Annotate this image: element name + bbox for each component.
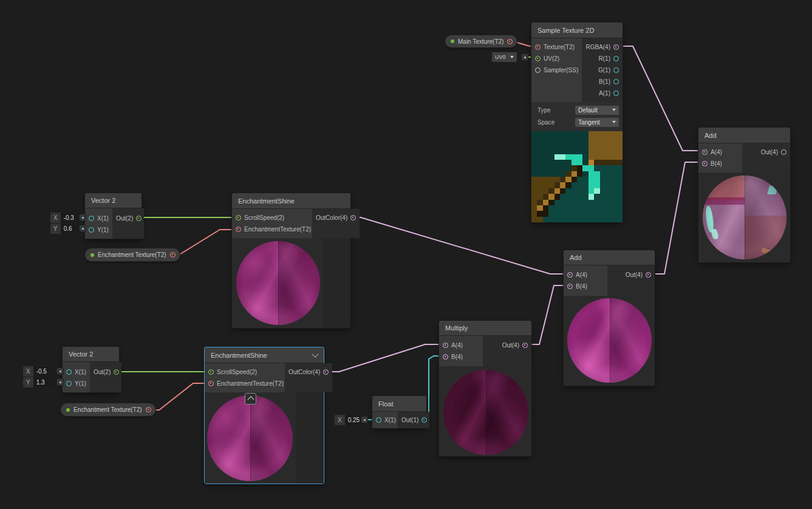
outcolor-output-port[interactable] <box>350 215 356 220</box>
port-label: Sampler(SS) <box>544 67 578 73</box>
out-output-port[interactable] <box>646 272 651 278</box>
shader-graph-canvas[interactable]: Sample Texture 2D Texture(T2) UV(2) Samp… <box>0 0 812 509</box>
node-float[interactable]: Float X(1) Out(1) <box>372 396 426 428</box>
rgba-output-port[interactable] <box>613 44 619 50</box>
node-preview <box>698 173 790 262</box>
preview-sphere <box>567 298 652 383</box>
node-add-final[interactable]: Add A(4) B(4) Out(4) <box>698 128 790 262</box>
texture-input-port[interactable] <box>535 44 541 50</box>
b-input-port[interactable] <box>443 354 448 360</box>
uv-input-port[interactable] <box>535 56 541 61</box>
a-output-port[interactable] <box>613 91 619 96</box>
property-output-port[interactable] <box>146 407 151 412</box>
node-title[interactable]: Multiply <box>439 321 531 336</box>
port-label: G(1) <box>598 67 610 73</box>
enchantmenttexture-input-port[interactable] <box>208 381 214 386</box>
uv-channel-dropdown[interactable]: UV0 <box>492 52 517 62</box>
main-texture-property[interactable]: Main Texture(T2) <box>445 35 517 47</box>
space-dropdown[interactable]: Tangent <box>575 118 619 127</box>
preview-sphere <box>703 176 786 259</box>
sampler-input-port[interactable] <box>535 67 541 73</box>
preview-sphere <box>236 241 320 325</box>
field-connector-dot[interactable] <box>57 368 63 374</box>
x-input-port[interactable] <box>66 369 72 375</box>
y-value-field[interactable]: Y 1.3 <box>23 377 55 388</box>
node-title[interactable]: Float <box>372 396 426 412</box>
exposed-property-icon <box>451 39 454 43</box>
node-title[interactable]: EnchantmentShine <box>205 347 324 363</box>
port-label: A(1) <box>599 90 610 97</box>
a-input-port[interactable] <box>702 149 708 155</box>
a-input-port[interactable] <box>567 272 573 278</box>
a-input-port[interactable] <box>443 343 448 348</box>
x-input-port[interactable] <box>376 417 381 423</box>
node-title[interactable]: Add <box>564 250 655 265</box>
dropdown-caret-icon <box>510 56 514 58</box>
field-connector-dot[interactable] <box>80 214 86 220</box>
enchantmenttexture-input-port[interactable] <box>236 227 241 232</box>
y-input-port[interactable] <box>89 227 94 233</box>
node-preview <box>205 392 324 483</box>
setting-label: Space <box>537 119 554 126</box>
node-title[interactable]: Vector 2 <box>85 193 142 208</box>
scrollspeed-input-port[interactable] <box>236 215 241 220</box>
x-value-field[interactable]: X -0.3 <box>50 213 83 223</box>
port-label: Texture(T2) <box>544 44 575 50</box>
field-connector-dot[interactable] <box>80 225 86 231</box>
exposed-property-icon <box>90 253 94 257</box>
y-value-field[interactable]: Y 0.6 <box>50 224 83 234</box>
enchantment-texture-property-top[interactable]: Enchantment Texture(T2) <box>85 248 180 261</box>
port-label: RGBA(4) <box>585 44 610 50</box>
exposed-property-icon <box>66 408 70 412</box>
node-multiply[interactable]: Multiply A(4) B(4) Out(4) <box>439 321 531 456</box>
field-connector-dot[interactable] <box>57 379 63 385</box>
port-label: UV(2) <box>544 55 559 62</box>
node-title[interactable]: Vector 2 <box>63 347 119 362</box>
node-enchantment-shine-bottom[interactable]: EnchantmentShine ScrollSpeed(2) Enchantm… <box>205 347 324 483</box>
scrollspeed-input-port[interactable] <box>208 369 214 375</box>
node-sample-texture-2d[interactable]: Sample Texture 2D Texture(T2) UV(2) Samp… <box>531 22 623 222</box>
b-output-port[interactable] <box>613 79 619 84</box>
node-preview <box>564 296 655 386</box>
r-output-port[interactable] <box>613 56 619 61</box>
dropdown-caret-icon <box>612 109 616 111</box>
property-output-port[interactable] <box>507 39 513 44</box>
enchantment-texture-property-bottom[interactable]: Enchantment Texture(T2) <box>61 403 155 416</box>
node-enchantment-shine-top[interactable]: EnchantmentShine ScrollSpeed(2) Enchantm… <box>232 193 350 328</box>
texture-preview <box>531 131 623 222</box>
collapse-preview-button[interactable] <box>245 393 256 405</box>
out-output-port[interactable] <box>136 216 142 221</box>
port-label: R(1) <box>599 55 610 62</box>
field-connector-dot[interactable] <box>361 417 367 423</box>
node-title[interactable]: EnchantmentShine <box>232 193 350 209</box>
property-output-port[interactable] <box>170 252 176 258</box>
node-vector2-top[interactable]: Vector 2 X(1) Y(1) Out(2) <box>85 193 142 239</box>
node-add-middle[interactable]: Add A(4) B(4) Out(4) <box>564 250 655 386</box>
out-output-port[interactable] <box>781 149 786 155</box>
port-label: B(1) <box>599 78 610 85</box>
minecraft-texture-image <box>531 131 623 222</box>
b-input-port[interactable] <box>702 161 708 166</box>
node-vector2-bottom[interactable]: Vector 2 X(1) Y(1) Out(2) <box>63 347 119 392</box>
y-input-port[interactable] <box>66 381 72 386</box>
out-output-port[interactable] <box>114 369 119 375</box>
type-dropdown[interactable]: Default <box>575 106 619 115</box>
x-input-port[interactable] <box>89 216 94 221</box>
dropdown-caret-icon <box>612 121 616 123</box>
out-output-port[interactable] <box>522 343 528 348</box>
x-value-field[interactable]: X -0.5 <box>23 366 55 377</box>
outcolor-output-port[interactable] <box>323 369 329 375</box>
setting-label: Type <box>537 107 551 114</box>
preview-sphere <box>443 370 528 455</box>
node-preview <box>439 366 531 456</box>
b-input-port[interactable] <box>567 284 573 289</box>
g-output-port[interactable] <box>613 67 619 73</box>
node-title[interactable]: Sample Texture 2D <box>531 22 623 38</box>
out-output-port[interactable] <box>421 417 427 423</box>
node-title[interactable]: Add <box>698 128 790 143</box>
node-preview <box>232 238 350 328</box>
field-connector-dot[interactable] <box>522 54 528 60</box>
chevron-up-icon <box>247 396 254 403</box>
preview-sphere <box>207 395 293 481</box>
chevron-down-icon[interactable] <box>312 350 318 357</box>
